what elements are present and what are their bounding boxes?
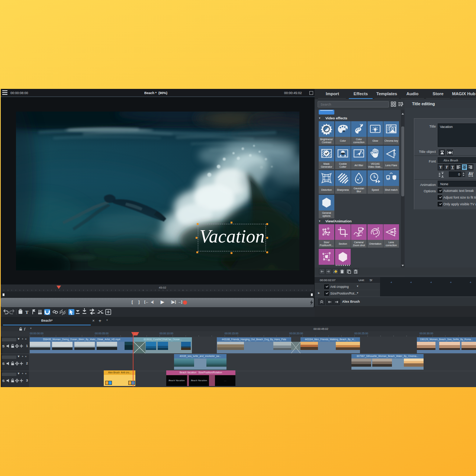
svg-text:T: T — [25, 309, 29, 315]
